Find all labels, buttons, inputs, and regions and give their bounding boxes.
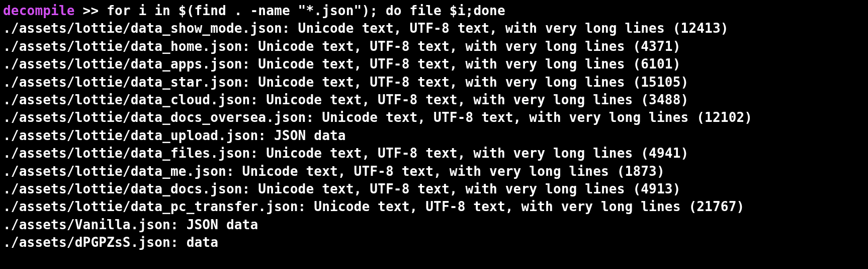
output-line: ./assets/lottie/data_apps.json: Unicode … xyxy=(3,55,865,73)
output-line: ./assets/lottie/data_upload.json: JSON d… xyxy=(3,127,865,145)
output-line: ./assets/lottie/data_files.json: Unicode… xyxy=(3,145,865,162)
prompt-host: decompile xyxy=(3,3,75,18)
output-line: ./assets/lottie/data_show_mode.json: Uni… xyxy=(3,20,865,37)
output-line: ./assets/dPGPZsS.json: data xyxy=(3,234,865,251)
output-line: ./assets/lottie/data_me.json: Unicode te… xyxy=(3,163,865,180)
output-line: ./assets/lottie/data_cloud.json: Unicode… xyxy=(3,91,865,109)
output-line: ./assets/lottie/data_docs_oversea.json: … xyxy=(3,109,865,126)
output-line: ./assets/lottie/data_pc_transfer.json: U… xyxy=(3,198,865,216)
command-text: for i in $(find . -name "*.json"); do fi… xyxy=(107,3,505,18)
prompt-line[interactable]: decompile >> for i in $(find . -name "*.… xyxy=(3,2,865,20)
output-line: ./assets/lottie/data_home.json: Unicode … xyxy=(3,38,865,55)
output-line: ./assets/Vanilla.json: JSON data xyxy=(3,216,865,234)
prompt-arrows: >> xyxy=(83,3,99,18)
output-line: ./assets/lottie/data_star.json: Unicode … xyxy=(3,74,865,91)
output-line: ./assets/lottie/data_docs.json: Unicode … xyxy=(3,180,865,198)
terminal-output[interactable]: decompile >> for i in $(find . -name "*.… xyxy=(0,0,868,252)
